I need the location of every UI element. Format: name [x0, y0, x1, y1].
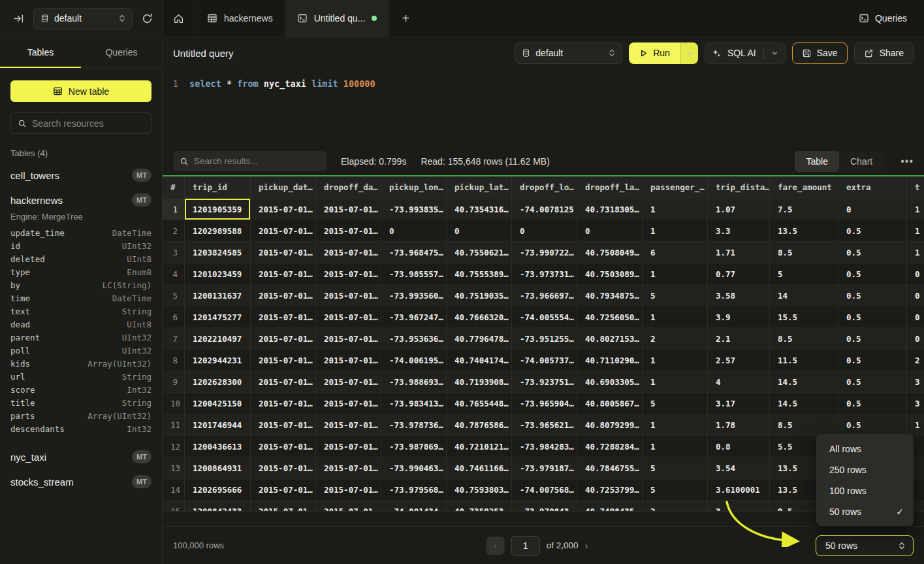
data-cell[interactable]: 0.5: [838, 328, 907, 350]
data-cell[interactable]: 2015-07-01…: [316, 436, 381, 457]
data-cell[interactable]: -74.001434: [381, 501, 447, 512]
data-cell[interactable]: 0.5: [838, 263, 907, 285]
data-cell[interactable]: 2015-07-01…: [251, 242, 316, 263]
data-cell[interactable]: 0: [577, 220, 643, 242]
data-cell[interactable]: 2015-07-01…: [251, 350, 316, 371]
data-cell[interactable]: 0: [838, 199, 907, 220]
column-header[interactable]: pickup_lat…: [447, 176, 512, 199]
sidebar-item-nyc-taxi[interactable]: nyc_taxi MT: [0, 444, 162, 469]
data-cell[interactable]: 2015-07-01…: [251, 307, 316, 328]
queries-button[interactable]: Queries: [851, 0, 924, 37]
data-cell[interactable]: 1200436613: [185, 436, 251, 457]
data-cell[interactable]: 40.7110290…: [577, 350, 643, 371]
data-cell[interactable]: -74.006195…: [381, 350, 447, 371]
data-cell[interactable]: -73.987869…: [381, 436, 447, 457]
data-cell[interactable]: 4: [708, 371, 770, 393]
data-cell[interactable]: 2015-07-01…: [251, 220, 316, 242]
data-cell[interactable]: 40.7503089…: [577, 263, 643, 285]
data-cell[interactable]: 2015-07-01…: [316, 371, 381, 393]
data-cell[interactable]: 14: [770, 285, 838, 307]
data-cell[interactable]: 3.58: [708, 285, 770, 307]
data-cell[interactable]: 40.8027153…: [577, 328, 643, 350]
data-cell[interactable]: 40.7288284…: [577, 436, 643, 457]
data-cell[interactable]: 2.57: [708, 350, 770, 371]
data-cell[interactable]: 0.5: [838, 307, 907, 328]
data-cell[interactable]: 40.7461166…: [447, 457, 512, 479]
new-tab-button[interactable]: +: [389, 0, 422, 37]
data-cell[interactable]: 40.7555389…: [447, 263, 512, 285]
data-cell[interactable]: 1: [643, 263, 708, 285]
page-number-input[interactable]: [511, 536, 540, 556]
data-cell[interactable]: 40.7404174…: [447, 350, 512, 371]
data-cell[interactable]: 1: [643, 350, 708, 371]
data-cell[interactable]: 1201746944: [185, 414, 251, 436]
tab-hackernews[interactable]: hackernews: [195, 0, 285, 37]
data-cell[interactable]: -73.965904…: [512, 393, 577, 414]
column-header[interactable]: pickup_dat…: [251, 176, 316, 199]
sidebar-tab-tables[interactable]: Tables: [0, 37, 81, 67]
data-cell[interactable]: 1: [643, 436, 708, 457]
column-header[interactable]: t: [907, 176, 924, 199]
data-cell[interactable]: 14.5: [770, 393, 838, 414]
data-cell[interactable]: 1: [907, 414, 924, 436]
data-cell[interactable]: 2015-07-01…: [251, 199, 316, 220]
save-button[interactable]: Save: [792, 42, 848, 64]
data-cell[interactable]: 5: [643, 479, 708, 501]
data-cell[interactable]: 1.71: [708, 242, 770, 263]
prev-page-button[interactable]: ‹: [486, 537, 505, 555]
data-cell[interactable]: -73.979187…: [512, 457, 577, 479]
data-cell[interactable]: 2015-07-01: [316, 501, 381, 512]
data-cell[interactable]: 2.1: [708, 328, 770, 350]
view-toggle-chart[interactable]: Chart: [839, 151, 884, 172]
data-cell[interactable]: 3: [708, 501, 770, 512]
page-size-option[interactable]: 50 rows ✓: [816, 501, 914, 522]
data-cell[interactable]: 0.5: [838, 393, 907, 414]
data-cell[interactable]: 40.8079299…: [577, 414, 643, 436]
data-cell[interactable]: 3: [907, 393, 924, 414]
data-cell[interactable]: 40.7359253: [447, 501, 512, 512]
data-cell[interactable]: -73.978736…: [381, 414, 447, 436]
data-cell[interactable]: 0: [907, 263, 924, 285]
data-cell[interactable]: 0.5: [838, 371, 907, 393]
data-cell[interactable]: 0: [907, 328, 924, 350]
data-cell[interactable]: -73.951255…: [512, 328, 577, 350]
view-toggle-table[interactable]: Table: [795, 151, 838, 172]
column-header[interactable]: fare_amount: [770, 176, 838, 199]
data-cell[interactable]: -73.990463…: [381, 457, 447, 479]
data-cell[interactable]: 40.7934875…: [577, 285, 643, 307]
data-cell[interactable]: 3.3: [708, 220, 770, 242]
data-cell[interactable]: 2015-07-01…: [316, 220, 381, 242]
tab-home[interactable]: [163, 0, 195, 37]
data-cell[interactable]: 0.5: [838, 350, 907, 371]
more-options-icon[interactable]: •••: [900, 156, 914, 167]
data-cell[interactable]: 1: [907, 220, 924, 242]
data-cell[interactable]: 40.8005867…: [577, 393, 643, 414]
data-cell[interactable]: 3.54: [708, 457, 770, 479]
page-size-selector[interactable]: 50 rows: [816, 535, 914, 556]
data-cell[interactable]: 40.7354316…: [447, 199, 512, 220]
data-cell[interactable]: 2015-07-01…: [316, 457, 381, 479]
sql-ai-button[interactable]: SQL AI: [705, 42, 786, 64]
data-cell[interactable]: 0.5: [838, 242, 907, 263]
data-cell[interactable]: -73.970843: [512, 501, 577, 512]
data-cell[interactable]: 40.7253799…: [577, 479, 643, 501]
data-cell[interactable]: 40.7593803…: [447, 479, 512, 501]
data-cell[interactable]: 0.5: [838, 285, 907, 307]
data-cell[interactable]: 1.78: [708, 414, 770, 436]
data-cell[interactable]: 1200425150: [185, 393, 251, 414]
page-size-option[interactable]: All rows ✓: [816, 439, 914, 459]
data-cell[interactable]: 40.7666320…: [447, 307, 512, 328]
data-cell[interactable]: 5: [643, 285, 708, 307]
data-cell[interactable]: 1: [643, 371, 708, 393]
data-cell[interactable]: -74.005737…: [512, 350, 577, 371]
data-cell[interactable]: 8.5: [770, 414, 838, 436]
page-size-option[interactable]: 250 rows ✓: [816, 459, 914, 480]
data-cell[interactable]: 0: [447, 220, 512, 242]
column-header[interactable]: extra: [838, 176, 907, 199]
data-cell[interactable]: 40.7256050…: [577, 307, 643, 328]
data-cell[interactable]: 1203824585: [185, 242, 251, 263]
data-cell[interactable]: 2015-07-01…: [251, 479, 316, 501]
data-cell[interactable]: 13.5: [770, 220, 838, 242]
data-cell[interactable]: 1: [907, 242, 924, 263]
sidebar-item-cell-towers[interactable]: cell_towers MT: [0, 162, 162, 187]
